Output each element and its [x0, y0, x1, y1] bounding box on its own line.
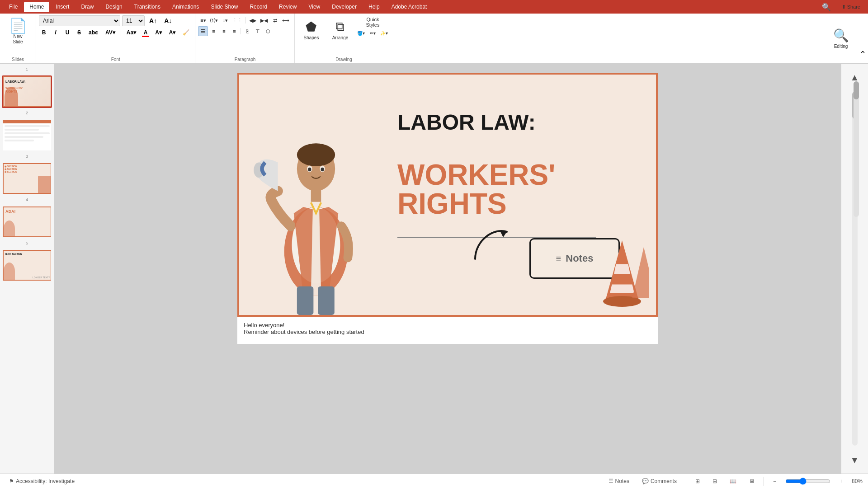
slide-thumb-5[interactable]: IE OF SECTION LONGER TEXT? [2, 249, 52, 282]
smart-art-btn[interactable]: ⬡ [263, 26, 273, 36]
slides-panel: 1 LABOR LAW: WORKERS'RIGHTS 2 [0, 64, 54, 474]
reading-view-btn[interactable]: 📖 [726, 477, 740, 486]
main-area: 1 LABOR LAW: WORKERS'RIGHTS 2 [0, 64, 868, 474]
direction-btn[interactable]: ⇄ [270, 15, 280, 25]
line-spacing-btn[interactable]: ↕▾ [220, 15, 230, 25]
slide-number-1: 1 [2, 67, 52, 72]
tab-animations[interactable]: Animations [167, 2, 204, 12]
font-format-row: B I U S abc̶ AV▾ Aa▾ A A▾ A▾ 🧹 [39, 28, 192, 38]
increase-font-btn[interactable]: A↑ [146, 16, 160, 26]
slide-thumb-4[interactable]: ADA! [2, 206, 52, 238]
shape-effects-btn[interactable]: ✨▾ [378, 28, 390, 38]
notes-arrow [466, 218, 520, 265]
underline-btn[interactable]: U [62, 28, 72, 38]
editing-button[interactable]: 🔍 Editing [830, 26, 852, 51]
new-slide-button[interactable]: 📄 NewSlide [6, 16, 30, 47]
slide-thumb-3[interactable]: ◉ SECTION ◉ SECTION ◉ SECTION [2, 162, 52, 195]
slide-title-line1: LABOR LAW: [397, 111, 536, 135]
justify-btn[interactable]: ≡ [229, 26, 239, 36]
canvas-area: LABOR LAW: WORKERS' RIGHTS ≡ Notes [54, 64, 841, 474]
change-case-btn[interactable]: Aa▾ [124, 28, 139, 38]
align-center-btn[interactable]: ≡ [208, 26, 218, 36]
slide-thumb-2[interactable] [2, 119, 52, 151]
new-slide-icon: 📄 [9, 19, 27, 33]
char-spacing-btn[interactable]: AV▾ [103, 28, 118, 38]
tab-slideshow[interactable]: Slide Show [205, 2, 243, 12]
ribbon: File Home Insert Draw Design Transitions… [0, 0, 868, 64]
tab-transitions[interactable]: Transitions [129, 2, 166, 12]
tab-insert[interactable]: Insert [50, 2, 75, 12]
bold-btn[interactable]: B [39, 28, 49, 38]
arrange-label: Arrange [332, 35, 349, 40]
font-size-select[interactable]: 11 [122, 15, 145, 26]
zoom-slider[interactable] [785, 478, 830, 485]
highlight-btn[interactable]: A▾ [152, 28, 165, 38]
tab-acrobat[interactable]: Adobe Acrobat [386, 2, 433, 12]
accessibility-btn[interactable]: ⚑ Accessibility: Investigate [5, 477, 78, 486]
drawing-group-label: Drawing [297, 56, 390, 62]
shape-outline-btn[interactable]: ✏▾ [368, 28, 377, 38]
normal-view-btn[interactable]: ⊞ [692, 477, 703, 486]
bullets-btn[interactable]: ≡▾ [198, 15, 208, 25]
arrange-button[interactable]: ⧉ Arrange [326, 17, 354, 42]
text-direction-btn[interactable]: ⎘ [242, 26, 252, 36]
tab-home[interactable]: Home [24, 2, 49, 12]
font-name-select[interactable]: Arial [39, 15, 120, 26]
collapse-ribbon-btn[interactable]: ⌃ [858, 47, 868, 61]
quick-styles-button[interactable]: QuickStyles [355, 17, 390, 27]
presenter-view-btn[interactable]: 🖥 [745, 477, 758, 486]
arrange-icon: ⧉ [335, 19, 344, 34]
align-text-btn[interactable]: ⊤ [253, 26, 263, 36]
strikethrough-btn[interactable]: S [74, 28, 84, 38]
zoom-out-btn[interactable]: − [769, 477, 780, 486]
svg-marker-15 [610, 285, 634, 294]
tab-view[interactable]: View [303, 2, 326, 12]
comments-btn[interactable]: 💬 Comments [638, 477, 680, 486]
zoom-in-btn[interactable]: + [836, 477, 846, 486]
decrease-font-btn[interactable]: A↓ [161, 16, 175, 26]
slides-group-label: Slides [4, 56, 32, 62]
increase-indent-btn[interactable]: ▶◀ [259, 15, 269, 25]
shape-fill-btn[interactable]: 🪣▾ [355, 28, 367, 38]
numbering-btn[interactable]: ⑴▾ [208, 15, 220, 25]
tab-design[interactable]: Design [100, 2, 127, 12]
tab-developer[interactable]: Developer [326, 2, 362, 12]
columns-btn[interactable]: ⋮⋮ [231, 15, 244, 25]
editing-group: 🔍 Editing [824, 14, 858, 63]
worker-illustration [248, 112, 384, 315]
notes-box-label: Notes [566, 253, 593, 264]
workers-text: WORKERS' [397, 160, 555, 189]
clear-format-btn[interactable]: 🧹 [180, 28, 192, 38]
tab-record[interactable]: Record [244, 2, 273, 12]
svg-point-4 [297, 143, 335, 166]
scroll-down-btn[interactable]: ▼ [845, 450, 865, 470]
ribbon-body: 📄 NewSlide Slides Arial 11 A↑ A↓ [0, 14, 868, 63]
status-divider [686, 477, 686, 486]
tab-draw[interactable]: Draw [75, 2, 99, 12]
shapes-button[interactable]: ⬟ Shapes [297, 17, 325, 42]
shapes-icon: ⬟ [306, 19, 316, 34]
slide-notes[interactable]: Hello everyone! Reminder about devices b… [237, 317, 658, 344]
convert-btn[interactable]: ⟷ [280, 15, 291, 25]
status-right: ☰ Notes 💬 Comments ⊞ ⊟ 📖 🖥 − + 80% [605, 477, 863, 486]
slide-thumb-1[interactable]: LABOR LAW: WORKERS'RIGHTS [2, 75, 52, 108]
slide-canvas[interactable]: LABOR LAW: WORKERS' RIGHTS ≡ Notes [237, 73, 658, 317]
font-color-btn[interactable]: A [141, 28, 151, 38]
slide-title-line2: WORKERS' RIGHTS [397, 160, 555, 218]
notes-label: Notes [615, 478, 629, 484]
tab-review[interactable]: Review [274, 2, 302, 12]
tab-file[interactable]: File [4, 2, 23, 12]
slide-sorter-btn[interactable]: ⊟ [709, 477, 721, 486]
share-btn[interactable]: ⬆ Share [838, 2, 864, 12]
notes-btn[interactable]: ☰ Notes [605, 477, 633, 486]
zoom-level: 80% [852, 478, 863, 484]
tab-help[interactable]: Help [363, 2, 385, 12]
italic-btn[interactable]: I [51, 28, 61, 38]
text-shadow-btn[interactable]: A▾ [166, 28, 179, 38]
strikethrough2-btn[interactable]: abc̶ [86, 28, 101, 38]
collapse-ribbon-btn[interactable]: 🔍 [818, 0, 835, 14]
status-bar: ⚑ Accessibility: Investigate ☰ Notes 💬 C… [0, 474, 868, 488]
align-left-btn[interactable]: ☰ [198, 26, 208, 36]
decrease-indent-btn[interactable]: ◀▶ [247, 15, 258, 25]
align-right-btn[interactable]: ≡ [219, 26, 229, 36]
